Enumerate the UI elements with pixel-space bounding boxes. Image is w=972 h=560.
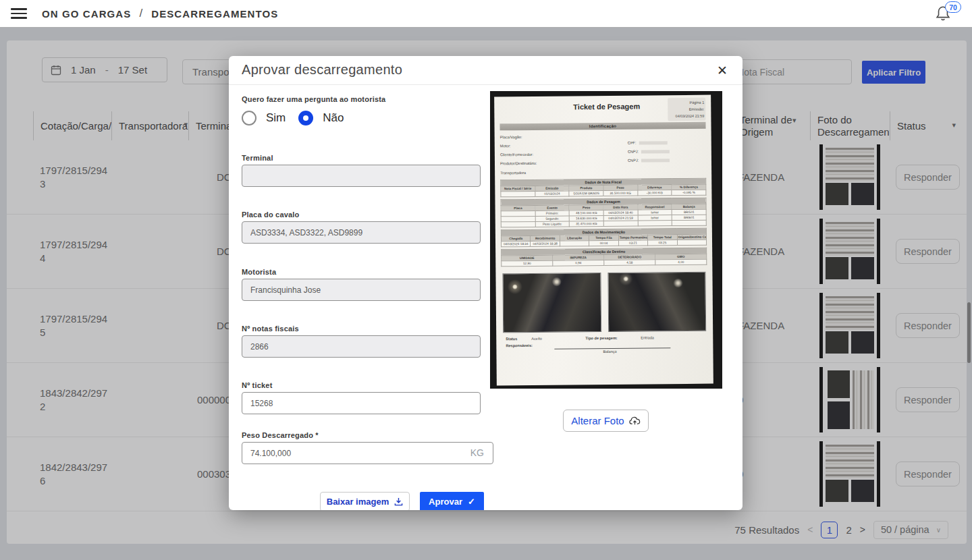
terminal-label: Terminal (242, 154, 481, 162)
ticket-paper: Ticket de Pesagem Página 1 Emissão: 04/0… (494, 95, 713, 386)
ticket-pesagem-table: Dados de Pesagem PlacaEventoPesoData Hor… (500, 197, 706, 227)
app-window: ON GO CARGAS / DESCARREGAMENTOS 70 (0, 0, 972, 560)
ticket-emissao-date: 04/03/2024 21:59 (676, 113, 705, 119)
radio-sim-label[interactable]: Sim (266, 111, 286, 125)
ticket-emissao-label: Emissão: (675, 107, 704, 113)
hamburger-menu-icon[interactable] (11, 8, 27, 19)
ticket-field[interactable] (242, 392, 481, 414)
top-bar: ON GO CARGAS / DESCARREGAMENTOS 70 (0, 0, 972, 27)
download-icon (394, 497, 403, 506)
notas-fiscais-field[interactable] (242, 335, 481, 358)
notas-fiscais-label: Nº notas fiscais (242, 325, 481, 333)
kg-suffix: KG (470, 447, 484, 458)
ticket-title: Ticket de Pesagem (573, 103, 640, 111)
modal-title: Aprovar descarregamento (242, 62, 402, 78)
download-image-button[interactable]: Baixar imagem (320, 492, 410, 510)
breadcrumb-brand[interactable]: ON GO CARGAS (42, 8, 131, 20)
ticket-footer: Status Aceito Tipo de pesagem: Entrada R… (502, 335, 707, 360)
ticket-label: Nº ticket (242, 381, 481, 389)
notifications-button[interactable]: 70 (934, 4, 957, 24)
motorista-field[interactable] (242, 279, 481, 301)
modal-divider (229, 84, 742, 85)
radio-nao[interactable] (298, 111, 313, 125)
peso-label: Peso Descarregado * (242, 431, 493, 439)
weighbridge-photo-2 (608, 271, 706, 331)
placa-label: Placa do cavalo (242, 211, 481, 219)
approve-button[interactable]: Aprovar ✓ (420, 492, 484, 510)
check-icon: ✓ (468, 497, 475, 507)
placa-field[interactable] (242, 221, 481, 244)
motorista-label: Motorista (242, 268, 481, 276)
ticket-nota-fiscal-table: Dados de Nota Fiscal Nota Fiscal / Série… (500, 177, 706, 197)
question-label: Quero fazer uma pergunta ao motorista (242, 95, 385, 103)
ticket-identification-fields: Placa/Vagão: Motor: Cliente/Fornecedor: … (500, 132, 707, 177)
weighbridge-photo-1 (502, 273, 601, 333)
upload-cloud-icon (629, 416, 641, 426)
breadcrumb-separator: / (139, 7, 143, 20)
breadcrumb: ON GO CARGAS / DESCARREGAMENTOS (42, 7, 278, 20)
terminal-field[interactable] (242, 165, 481, 187)
notification-badge: 70 (945, 1, 961, 13)
radio-sim[interactable] (242, 111, 256, 125)
question-radio-group: Sim Não (242, 111, 347, 125)
breadcrumb-page: DESCARREGAMENTOS (151, 8, 278, 20)
change-photo-button[interactable]: Alterar Foto (563, 410, 649, 432)
ticket-photos (501, 271, 707, 333)
ticket-page: Página 1 (675, 100, 704, 107)
approve-unloading-modal: Aprovar descarregamento ✕ Quero fazer um… (229, 56, 742, 510)
ticket-section-identificacao: Identificação (500, 122, 705, 131)
close-icon[interactable]: ✕ (714, 61, 730, 80)
ticket-classificacao-table: Classificação de Destino UMIDADEIMPUREZA… (501, 247, 707, 267)
radio-nao-label[interactable]: Não (323, 111, 344, 125)
ticket-movimentacao-table: Dados da Movimentação ChegadaRecebimento… (501, 227, 707, 247)
ticket-photo: Ticket de Pesagem Página 1 Emissão: 04/0… (490, 91, 722, 389)
peso-field[interactable] (242, 442, 493, 464)
